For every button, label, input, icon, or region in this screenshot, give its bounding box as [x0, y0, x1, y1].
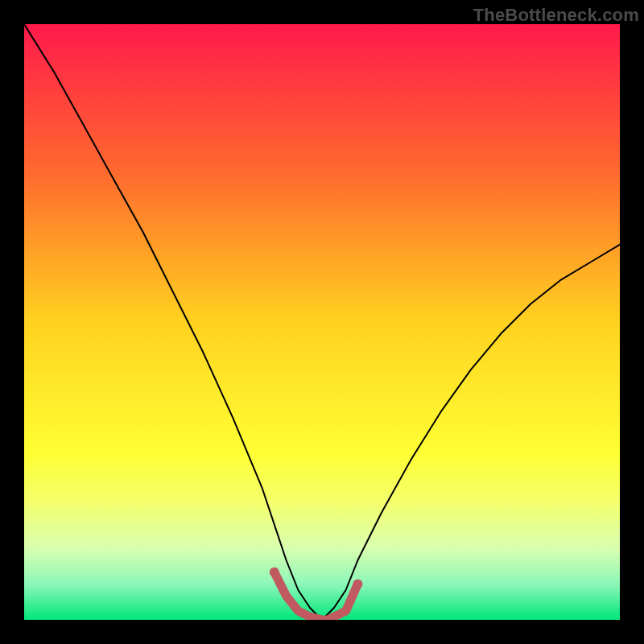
chart-stage: TheBottleneck.com: [0, 0, 644, 644]
marker-dot: [270, 568, 279, 577]
marker-dot: [353, 580, 362, 589]
gradient-background: [24, 24, 620, 620]
chart-svg: [24, 24, 620, 620]
plot-area: [24, 24, 620, 620]
watermark-text: TheBottleneck.com: [473, 5, 639, 26]
